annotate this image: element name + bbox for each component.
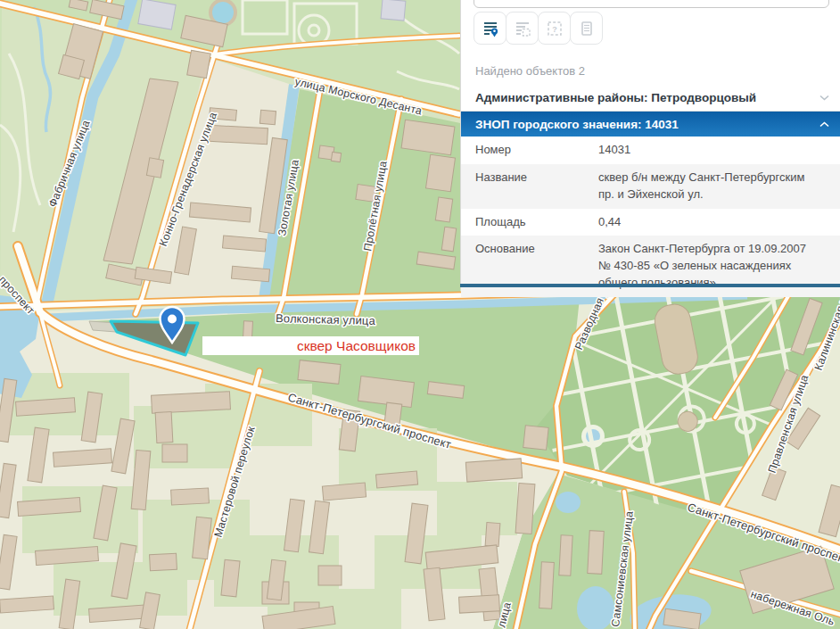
table-row: Номер 14031 bbox=[461, 137, 840, 164]
svg-text:?: ? bbox=[552, 24, 557, 33]
panel-bottom-bar bbox=[460, 284, 840, 287]
search-input[interactable] bbox=[474, 0, 829, 8]
chevron-up-icon bbox=[819, 121, 829, 128]
table-row: Основание Закон Санкт-Петербурга от 19.0… bbox=[461, 236, 840, 297]
gis-app-window: улица Морского Десанта Фабричная улица К… bbox=[0, 0, 840, 629]
results-count: Найдено объектов 2 bbox=[475, 64, 826, 82]
details-table: Номер 14031 Название сквер б/н между Сан… bbox=[461, 137, 840, 297]
report-document-button[interactable] bbox=[570, 12, 603, 45]
row-value: 14031 bbox=[598, 142, 827, 159]
report-document-icon bbox=[578, 20, 596, 37]
accordion-znop[interactable]: ЗНОП городского значения: 14031 bbox=[461, 112, 840, 137]
accordion-title: ЗНОП городского значения: 14031 bbox=[461, 118, 819, 131]
panel-toolbar: ? bbox=[474, 12, 603, 45]
table-row: Площадь 0,44 bbox=[461, 209, 840, 236]
row-label: Номер bbox=[461, 142, 598, 159]
selected-object-label: сквер Часовщиков bbox=[297, 338, 416, 353]
query-area-icon: ? bbox=[546, 20, 564, 37]
identify-by-point-button[interactable] bbox=[474, 12, 506, 45]
identify-by-point-icon bbox=[482, 20, 499, 37]
identify-by-area-button[interactable] bbox=[506, 12, 539, 45]
info-panel: ? Найдено объектов 2 Административные ра… bbox=[460, 0, 840, 287]
table-row: Название сквер б/н между Санкт-Петербург… bbox=[461, 164, 840, 209]
identify-by-area-icon bbox=[514, 20, 531, 37]
row-label: Название bbox=[461, 170, 598, 203]
chevron-down-icon bbox=[819, 95, 829, 101]
query-area-button[interactable]: ? bbox=[538, 12, 571, 45]
row-value: сквер б/н между Санкт-Петербургским пр. … bbox=[598, 170, 827, 203]
accordion-admin-districts[interactable]: Административные районы: Петродворцовый bbox=[461, 85, 840, 112]
street-label: Волконская улица bbox=[276, 311, 376, 327]
row-value: 0,44 bbox=[598, 214, 827, 231]
row-label: Площадь bbox=[461, 214, 598, 231]
selected-object-callout: сквер Часовщиков bbox=[202, 336, 419, 355]
accordion-title: Административные районы: Петродворцовый bbox=[461, 91, 819, 104]
